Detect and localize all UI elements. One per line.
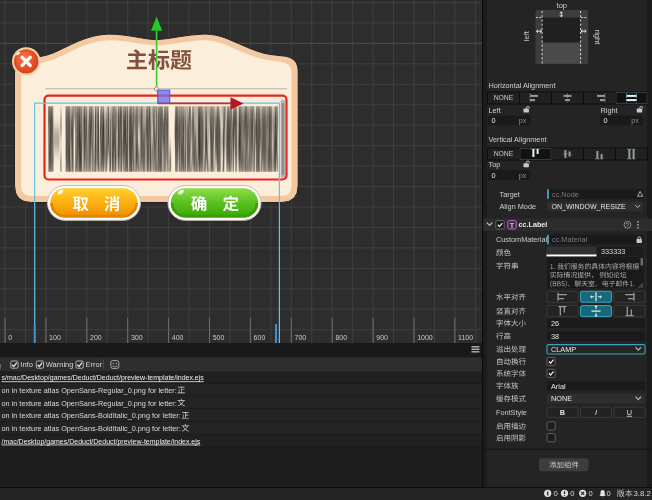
svg-text:500: 500 xyxy=(213,334,225,341)
svg-text:Target: Target xyxy=(500,190,520,199)
svg-text:FontStyle: FontStyle xyxy=(496,408,527,417)
svg-text:0: 0 xyxy=(607,489,611,498)
svg-text:3.8.2: 3.8.2 xyxy=(634,489,651,498)
svg-text:0: 0 xyxy=(8,334,12,341)
svg-text:300: 300 xyxy=(131,334,143,341)
svg-text:400: 400 xyxy=(172,334,184,341)
svg-text:NONE: NONE xyxy=(551,394,572,403)
svg-text:0: 0 xyxy=(492,116,496,125)
svg-text:Vertical Alignment: Vertical Alignment xyxy=(489,135,547,144)
svg-text:0: 0 xyxy=(570,489,574,498)
svg-text:Warning: Warning xyxy=(46,360,74,369)
svg-text:NONE: NONE xyxy=(494,94,514,101)
svg-text:26: 26 xyxy=(551,319,559,328)
svg-text:0: 0 xyxy=(589,489,593,498)
svg-text:U: U xyxy=(627,408,632,417)
svg-text:Left: Left xyxy=(489,106,501,115)
svg-text:left: left xyxy=(522,30,531,41)
svg-text:Top: Top xyxy=(489,160,501,169)
svg-text:Arial: Arial xyxy=(551,382,566,391)
svg-text:0: 0 xyxy=(492,171,496,180)
svg-text:Align Mode: Align Mode xyxy=(500,202,537,211)
svg-text:0: 0 xyxy=(554,489,558,498)
svg-text:top: top xyxy=(557,1,567,10)
svg-text:cc.Material: cc.Material xyxy=(552,235,588,244)
svg-text:Horizontal Alignment: Horizontal Alignment xyxy=(489,81,556,90)
svg-text:on in texture atlas OpenSans-B: on in texture atlas OpenSans-BoldItalic_… xyxy=(2,424,181,433)
svg-text:ON_WINDOW_RESIZE: ON_WINDOW_RESIZE xyxy=(552,203,627,211)
svg-text:38: 38 xyxy=(551,332,559,341)
svg-text:on in texture atlas OpenSans-B: on in texture atlas OpenSans-BoldItalic_… xyxy=(2,411,181,420)
svg-text:200: 200 xyxy=(90,334,102,341)
svg-text:333333: 333333 xyxy=(601,247,625,256)
svg-text:cc.Label: cc.Label xyxy=(519,220,548,229)
svg-text:0: 0 xyxy=(604,116,608,125)
svg-text:B: B xyxy=(560,408,565,417)
svg-text:1000: 1000 xyxy=(417,334,433,341)
svg-text:/mac/Desktop/games/Deduct/Dedu: /mac/Desktop/games/Deduct/Deduct/preview… xyxy=(2,438,201,446)
svg-text:Error: Error xyxy=(86,360,103,369)
svg-text:s/mac/Desktop/games/Deduct/Ded: s/mac/Desktop/games/Deduct/Deduct/previe… xyxy=(2,374,205,382)
svg-text:700: 700 xyxy=(295,334,307,341)
svg-text:100: 100 xyxy=(49,334,61,341)
svg-text:Right: Right xyxy=(601,106,618,115)
svg-text:px: px xyxy=(519,116,527,125)
svg-text:px: px xyxy=(519,171,527,180)
svg-text:NONE: NONE xyxy=(494,150,514,157)
svg-text:g: g xyxy=(0,361,1,370)
svg-text:CustomMaterial: CustomMaterial xyxy=(496,235,547,244)
svg-text:800: 800 xyxy=(335,334,347,341)
svg-text:1100: 1100 xyxy=(458,334,473,341)
svg-text:Info: Info xyxy=(20,360,33,369)
svg-text:on in texture atlas OpenSans-R: on in texture atlas OpenSans-Regular_0.p… xyxy=(2,386,177,395)
svg-text:I: I xyxy=(595,408,597,417)
svg-text:CLAMP: CLAMP xyxy=(551,345,576,354)
svg-text:cc.Node: cc.Node xyxy=(552,190,579,199)
svg-text:T: T xyxy=(510,221,515,230)
svg-text:right: right xyxy=(593,30,602,46)
svg-text:px: px xyxy=(631,116,639,125)
svg-text:900: 900 xyxy=(376,334,388,341)
svg-text:600: 600 xyxy=(254,334,266,341)
svg-text:on in texture atlas OpenSans-R: on in texture atlas OpenSans-Regular_0.p… xyxy=(2,399,177,408)
